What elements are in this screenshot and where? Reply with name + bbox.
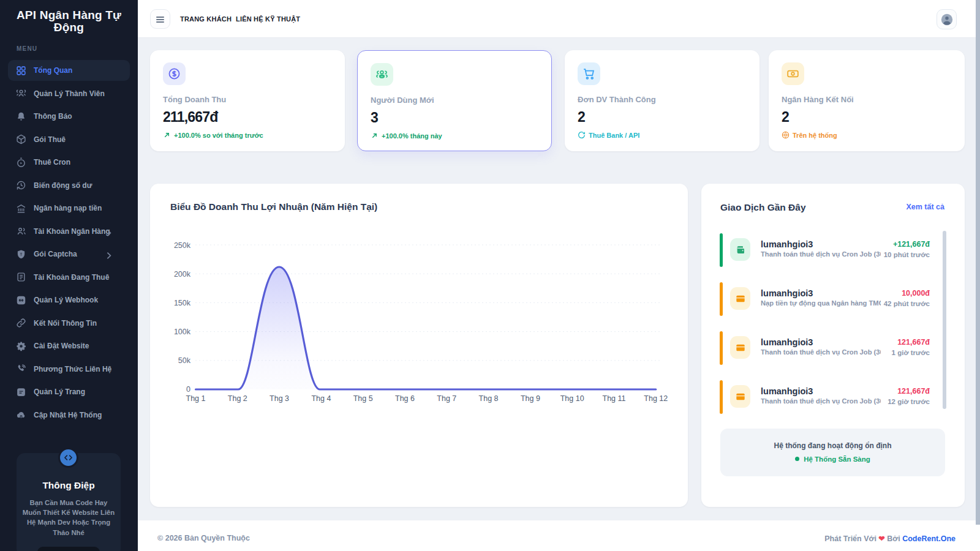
svg-text:Thg 4: Thg 4 [311,394,331,403]
svg-text:Thg 12: Thg 12 [644,394,668,403]
svg-text:200k: 200k [174,270,191,279]
svg-text:Thg 10: Thg 10 [560,394,584,403]
svg-text:Thg 1: Thg 1 [186,394,206,403]
svg-text:Thg 7: Thg 7 [437,394,456,403]
svg-text:0: 0 [186,385,190,394]
svg-text:Thg 6: Thg 6 [395,394,415,403]
svg-text:100k: 100k [174,328,191,336]
svg-text:Thg 9: Thg 9 [521,394,540,403]
svg-text:Thg 3: Thg 3 [270,394,289,403]
svg-text:Thg 11: Thg 11 [603,394,626,403]
svg-text:250k: 250k [174,241,191,250]
svg-text:150k: 150k [174,299,191,307]
svg-text:Thg 5: Thg 5 [353,394,373,403]
svg-text:Thg 8: Thg 8 [479,394,499,403]
svg-text:Thg 2: Thg 2 [228,394,247,403]
svg-text:50k: 50k [178,356,191,365]
